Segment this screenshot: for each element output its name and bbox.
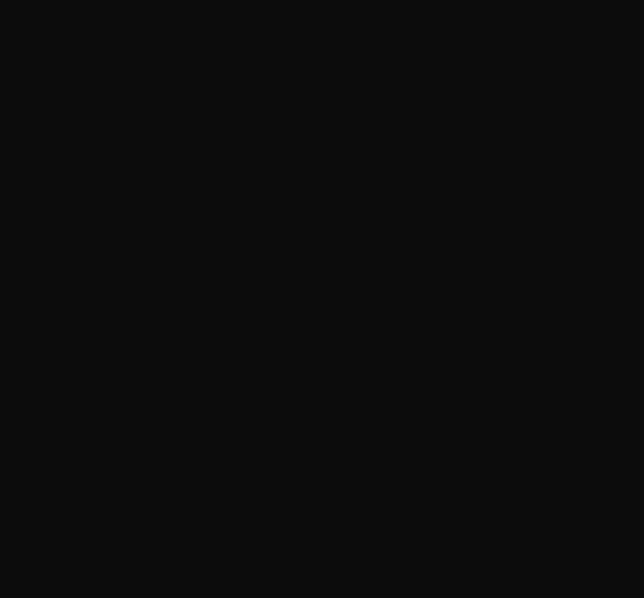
blank-line	[5, 6, 644, 21]
blank-line	[5, 36, 644, 51]
query-id-line	[5, 21, 644, 36]
terminal	[0, 0, 644, 598]
